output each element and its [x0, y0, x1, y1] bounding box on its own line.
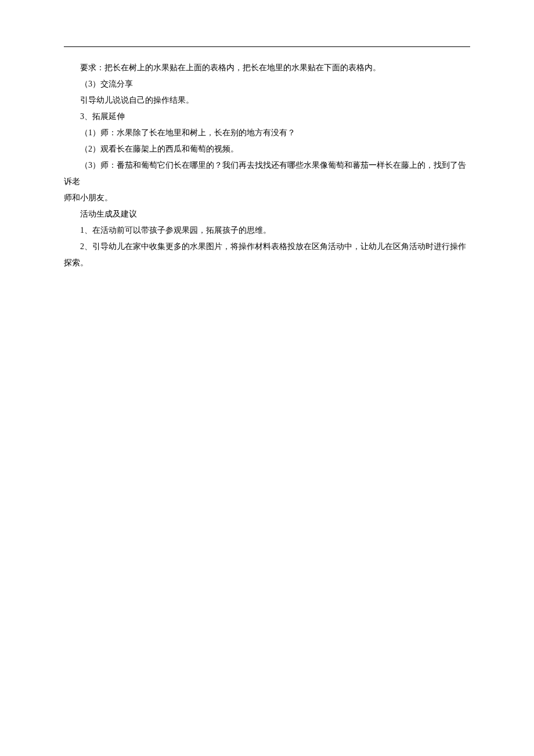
horizontal-rule	[64, 46, 470, 47]
paragraph: 1、在活动前可以带孩子参观果园，拓展孩子的思维。	[64, 222, 470, 239]
paragraph: 要求：把长在树上的水果贴在上面的表格内，把长在地里的水果贴在下面的表格内。	[64, 60, 470, 76]
paragraph: （3）师：番茄和葡萄它们长在哪里的？我们再去找找还有哪些水果像葡萄和蕃茄一样长在…	[64, 157, 470, 190]
paragraph: 活动生成及建议	[64, 206, 470, 222]
document-content: 要求：把长在树上的水果贴在上面的表格内，把长在地里的水果贴在下面的表格内。 （3…	[64, 60, 470, 271]
paragraph-continuation: 师和小朋友。	[64, 190, 470, 206]
paragraph: （1）师：水果除了长在地里和树上，长在别的地方有没有？	[64, 125, 470, 141]
page-container: 要求：把长在树上的水果贴在上面的表格内，把长在地里的水果贴在下面的表格内。 （3…	[0, 0, 534, 271]
paragraph: （2）观看长在藤架上的西瓜和葡萄的视频。	[64, 141, 470, 157]
paragraph: 3、拓展延伸	[64, 109, 470, 125]
paragraph: 2、引导幼儿在家中收集更多的水果图片，将操作材料表格投放在区角活动中，让幼儿在区…	[64, 239, 470, 271]
paragraph: 引导幼儿说说自己的操作结果。	[64, 92, 470, 109]
paragraph: （3）交流分享	[64, 76, 470, 92]
